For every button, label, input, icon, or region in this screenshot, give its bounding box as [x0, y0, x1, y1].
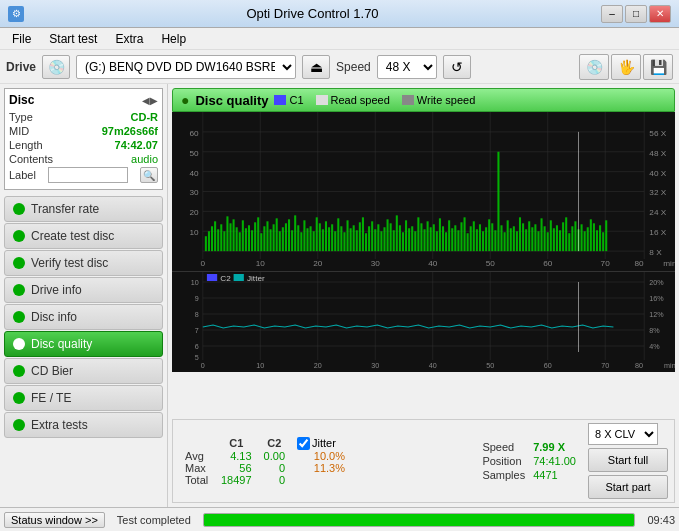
svg-text:60: 60	[544, 362, 552, 370]
svg-text:8: 8	[195, 311, 199, 319]
svg-text:7: 7	[195, 327, 199, 335]
disc-label-input[interactable]	[48, 167, 128, 183]
svg-rect-54	[248, 225, 250, 251]
jitter-checkbox[interactable]	[297, 437, 310, 450]
svg-rect-100	[390, 223, 392, 251]
sidebar-item-transfer-rate[interactable]: Transfer rate	[4, 196, 163, 222]
svg-text:8 X: 8 X	[649, 248, 662, 257]
sidebar-item-disc-quality[interactable]: Disc quality	[4, 331, 163, 357]
drive-label: Drive	[6, 60, 36, 74]
sidebar-item-verify-test-disc[interactable]: Verify test disc	[4, 250, 163, 276]
svg-text:0: 0	[201, 259, 206, 268]
chart-header: ● Disc quality C1 Read speed Write speed	[172, 88, 675, 112]
nav-icon-disc-info	[13, 311, 25, 323]
disc-button[interactable]: 💿	[579, 54, 609, 80]
svg-rect-87	[350, 228, 352, 251]
svg-text:16 X: 16 X	[649, 228, 667, 237]
svg-rect-59	[263, 226, 265, 251]
svg-rect-169	[602, 232, 604, 251]
svg-rect-102	[396, 215, 398, 251]
svg-rect-109	[417, 217, 419, 251]
stats-avg-label: Avg	[179, 450, 215, 462]
svg-rect-68	[291, 230, 293, 251]
start-part-button[interactable]: Start part	[588, 475, 668, 499]
menu-help[interactable]: Help	[153, 30, 194, 48]
svg-text:40: 40	[428, 259, 438, 268]
nav-icon-create-test-disc	[13, 230, 25, 242]
svg-rect-152	[550, 220, 552, 251]
nav-label-extra-tests: Extra tests	[31, 418, 88, 432]
sidebar-item-extra-tests[interactable]: Extra tests	[4, 412, 163, 438]
disc-mid-value: 97m26s66f	[102, 125, 158, 137]
svg-rect-94	[371, 221, 373, 251]
svg-rect-63	[276, 218, 278, 251]
svg-rect-72	[303, 220, 305, 251]
stats-max-jitter: 11.3%	[291, 462, 351, 474]
svg-text:20: 20	[190, 208, 200, 217]
svg-text:60: 60	[190, 129, 200, 138]
settings-button[interactable]: 🖐	[611, 54, 641, 80]
svg-text:30: 30	[371, 362, 379, 370]
disc-label-button[interactable]: 🔍	[140, 167, 158, 183]
menu-start-test[interactable]: Start test	[41, 30, 105, 48]
save-button[interactable]: 💾	[643, 54, 673, 80]
svg-rect-89	[356, 230, 358, 251]
stats-table: C1 C2 Jitter Avg 4.13 0.00 10.0%	[179, 437, 351, 486]
sidebar-item-disc-info[interactable]: Disc info	[4, 304, 163, 330]
refresh-button[interactable]: ↺	[443, 55, 471, 79]
svg-rect-93	[368, 226, 370, 251]
menubar: File Start test Extra Help	[0, 28, 679, 50]
nav-icon-cd-bier	[13, 365, 25, 377]
sidebar-item-fe-te[interactable]: FE / TE	[4, 385, 163, 411]
nav-icon-transfer-rate	[13, 203, 25, 215]
svg-rect-106	[408, 228, 410, 251]
speed-select[interactable]: 48 X	[377, 55, 437, 79]
disc-type-label: Type	[9, 111, 33, 123]
sidebar-item-cd-bier[interactable]: CD Bier	[4, 358, 163, 384]
svg-rect-53	[245, 228, 247, 251]
svg-rect-122	[457, 230, 459, 251]
svg-rect-162	[581, 224, 583, 251]
sidebar-item-drive-info[interactable]: Drive info	[4, 277, 163, 303]
stats-max-label: Max	[179, 462, 215, 474]
svg-rect-119	[448, 220, 450, 251]
toolbar-buttons: 💿 🖐 💾	[579, 54, 673, 80]
svg-rect-99	[387, 219, 389, 251]
drive-select[interactable]: (G:) BENQ DVD DD DW1640 BSRB	[76, 55, 296, 79]
maximize-button[interactable]: □	[625, 5, 647, 23]
svg-text:70: 70	[601, 259, 611, 268]
svg-rect-117	[442, 226, 444, 251]
svg-rect-131	[485, 227, 487, 251]
jitter-label: Jitter	[312, 437, 336, 449]
nav-icon-verify-test-disc	[13, 257, 25, 269]
disc-length-value: 74:42.07	[115, 139, 158, 151]
minimize-button[interactable]: –	[601, 5, 623, 23]
eject-button[interactable]: ⏏	[302, 55, 330, 79]
svg-rect-57	[257, 217, 259, 251]
sidebar-nav: Transfer rate Create test disc Verify te…	[0, 194, 167, 440]
close-button[interactable]: ✕	[649, 5, 671, 23]
svg-rect-123	[460, 222, 462, 251]
menu-extra[interactable]: Extra	[107, 30, 151, 48]
start-full-button[interactable]: Start full	[588, 448, 668, 472]
svg-rect-81	[331, 224, 333, 251]
menu-file[interactable]: File	[4, 30, 39, 48]
svg-rect-56	[254, 222, 256, 251]
svg-rect-48	[229, 223, 231, 251]
sidebar-item-create-test-disc[interactable]: Create test disc	[4, 223, 163, 249]
svg-rect-46	[223, 231, 225, 251]
svg-rect-96	[377, 224, 379, 251]
svg-text:min: min	[663, 259, 675, 268]
svg-rect-138	[507, 220, 509, 251]
stats-avg-jitter: 10.0%	[291, 450, 351, 462]
svg-text:10: 10	[190, 228, 200, 237]
speed-combo-select[interactable]: 8 X CLV	[588, 423, 658, 445]
svg-text:80: 80	[635, 362, 643, 370]
svg-rect-140	[513, 226, 515, 251]
sidebar: Disc ◀▶ Type CD-R MID 97m26s66f Length 7…	[0, 84, 168, 507]
stats-header-c1: C1	[215, 437, 258, 450]
svg-text:50: 50	[190, 149, 200, 158]
status-window-button[interactable]: Status window >>	[4, 512, 105, 528]
disc-arrows[interactable]: ◀▶	[142, 95, 158, 106]
svg-text:16%: 16%	[649, 295, 664, 303]
